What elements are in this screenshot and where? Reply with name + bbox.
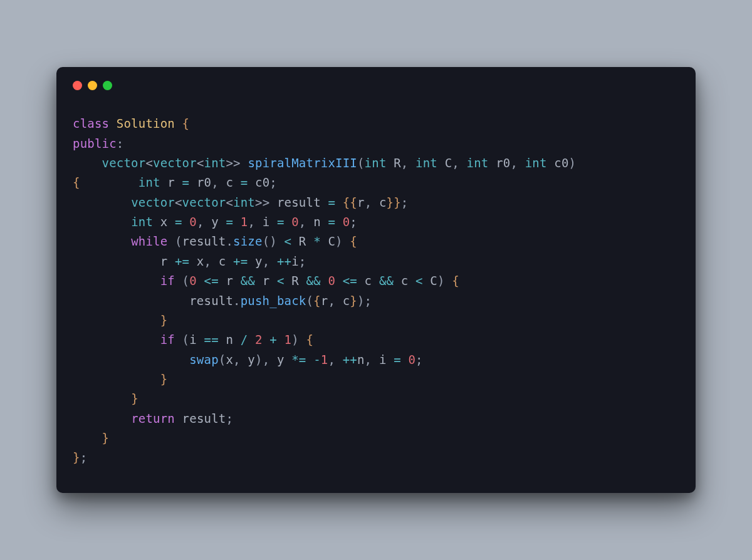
window-minimize-icon[interactable] bbox=[88, 81, 97, 90]
token-p: , bbox=[328, 294, 335, 308]
token-p: ; bbox=[401, 195, 409, 209]
token-op: = bbox=[328, 195, 335, 209]
token-br: } bbox=[350, 294, 357, 308]
code-block: class Solution { public: vector<vector<i… bbox=[73, 114, 679, 467]
token-v: y bbox=[241, 353, 255, 366]
token-t: int bbox=[138, 175, 160, 189]
token-v bbox=[459, 156, 467, 170]
token-t: vector bbox=[131, 195, 175, 209]
token-p: ( bbox=[219, 353, 226, 366]
token-p: ) bbox=[255, 353, 263, 366]
token-op: * bbox=[313, 234, 321, 248]
token-v bbox=[233, 215, 241, 229]
token-v bbox=[73, 215, 131, 229]
token-v: r bbox=[160, 175, 182, 189]
token-p: < bbox=[175, 195, 182, 209]
token-p: ) bbox=[357, 294, 365, 308]
token-p: < bbox=[145, 156, 153, 170]
token-br: }} bbox=[387, 195, 401, 209]
token-v: R bbox=[285, 274, 306, 288]
token-op: = bbox=[226, 215, 233, 229]
token-v: r0 bbox=[189, 175, 211, 189]
token-v: C bbox=[321, 234, 335, 248]
token-t: int bbox=[204, 156, 226, 170]
token-p: ; bbox=[350, 215, 357, 229]
token-v bbox=[73, 333, 160, 346]
token-p: , bbox=[401, 156, 409, 170]
token-br: } bbox=[73, 450, 80, 464]
token-v: r bbox=[219, 274, 241, 288]
token-p: < bbox=[197, 156, 204, 170]
token-num: 0 bbox=[189, 274, 197, 288]
token-t: vector bbox=[153, 156, 197, 170]
token-k: return bbox=[131, 412, 175, 425]
token-v bbox=[299, 333, 306, 346]
token-p: . bbox=[226, 234, 233, 248]
token-v: c bbox=[211, 254, 233, 268]
token-p: ) bbox=[569, 156, 577, 170]
token-v bbox=[73, 391, 131, 405]
token-v: n bbox=[357, 353, 365, 366]
token-v: result bbox=[73, 294, 233, 308]
token-br: {{ bbox=[343, 195, 357, 209]
token-v bbox=[73, 195, 131, 209]
token-op: <= bbox=[343, 274, 357, 288]
token-num: 1 bbox=[285, 333, 292, 346]
token-k: while bbox=[131, 234, 167, 248]
token-v: r bbox=[255, 274, 277, 288]
token-p: , bbox=[365, 353, 372, 366]
token-v bbox=[248, 333, 255, 346]
token-v: x bbox=[189, 254, 204, 268]
window-close-icon[interactable] bbox=[73, 81, 82, 90]
token-v bbox=[277, 234, 285, 248]
token-p: , bbox=[452, 156, 459, 170]
token-v: R bbox=[387, 156, 401, 170]
token-v bbox=[175, 117, 182, 130]
token-op: && bbox=[306, 274, 320, 288]
token-v bbox=[343, 234, 350, 248]
token-p: ; bbox=[365, 294, 372, 308]
token-fn: spiralMatrixIII bbox=[248, 156, 357, 170]
code-window: class Solution { public: vector<vector<i… bbox=[56, 67, 696, 492]
token-v: result bbox=[175, 412, 226, 425]
token-v bbox=[241, 156, 248, 170]
token-v: y bbox=[204, 215, 226, 229]
token-op: < bbox=[415, 274, 423, 288]
token-p: ; bbox=[415, 353, 423, 366]
token-op: && bbox=[241, 274, 255, 288]
token-v bbox=[277, 333, 285, 346]
token-num: 1 bbox=[321, 353, 328, 366]
token-p: ; bbox=[299, 254, 306, 268]
token-t: int bbox=[131, 215, 153, 229]
token-p: , bbox=[233, 353, 241, 366]
window-zoom-icon[interactable] bbox=[103, 81, 112, 90]
token-num: 0 bbox=[189, 215, 197, 229]
token-br: } bbox=[102, 431, 110, 445]
token-p: , bbox=[365, 195, 372, 209]
token-v: R bbox=[291, 234, 313, 248]
token-v: C bbox=[423, 274, 437, 288]
token-op: / bbox=[241, 333, 248, 346]
token-t: int bbox=[525, 156, 547, 170]
token-op: += bbox=[233, 254, 248, 268]
token-op: = bbox=[175, 215, 182, 229]
token-v: r bbox=[73, 254, 175, 268]
token-v: n bbox=[306, 215, 328, 229]
token-p: ( bbox=[182, 274, 190, 288]
token-t: vector bbox=[102, 156, 146, 170]
token-v bbox=[109, 117, 117, 130]
token-v: i bbox=[189, 333, 204, 346]
token-k: if bbox=[160, 333, 175, 346]
token-p: ) bbox=[335, 234, 343, 248]
token-op: < bbox=[285, 234, 292, 248]
token-v bbox=[73, 313, 160, 327]
token-t: int bbox=[233, 195, 255, 209]
token-t: vector bbox=[182, 195, 226, 209]
token-op: ++ bbox=[277, 254, 291, 268]
token-v: result bbox=[182, 234, 226, 248]
token-p: ) bbox=[291, 333, 299, 346]
token-p: ( bbox=[175, 234, 182, 248]
token-fn: size bbox=[233, 234, 263, 248]
token-br: { bbox=[73, 175, 80, 189]
token-v: c bbox=[372, 195, 386, 209]
